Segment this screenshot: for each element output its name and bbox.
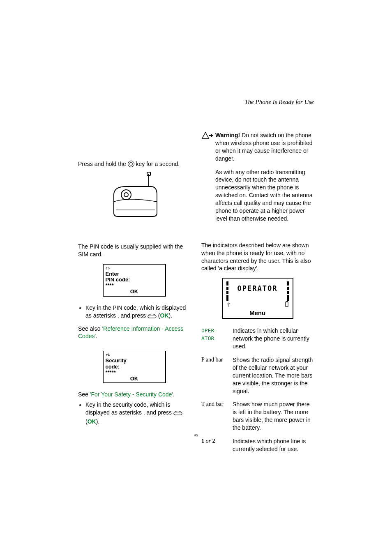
pin-line2: PIN code:	[106, 277, 163, 283]
ind-desc-operator: Indicates in which cellular network the …	[233, 327, 314, 350]
pin-bullet-b: .	[171, 312, 172, 319]
pin-ok: OK	[106, 289, 163, 295]
ind-desc-battery: Shows how much power there is left in th…	[233, 401, 314, 432]
right-column: Warning! Do not switch on the phone when…	[201, 131, 314, 453]
left-column: Press and hold the key for a second. The…	[78, 131, 191, 453]
ind-term-line: 1 or 2	[201, 438, 228, 453]
sec-line1: Security	[106, 358, 163, 364]
operator-display: OPERATOR Menu	[222, 278, 293, 319]
main-content: Press and hold the key for a second. The…	[78, 131, 314, 453]
safety-code-link[interactable]: 'For Your Safety - Security Code'	[90, 391, 173, 398]
sec-bullet-list: Key in the security code, which is displ…	[78, 401, 191, 426]
svg-rect-4	[174, 412, 182, 415]
sec-line2: code:	[106, 364, 163, 370]
sec-ok-paren: (OK)	[85, 418, 98, 425]
antenna-text: As with any other radio transmitting de­…	[215, 168, 314, 223]
warning-icon	[201, 131, 210, 141]
sec-ok-label: OK	[88, 418, 96, 425]
see2-end: .	[173, 391, 175, 398]
warning-bold: Warning!	[215, 132, 242, 138]
warning-block: Warning! Do not switch on the phone when…	[201, 131, 314, 165]
press-hold-text: Press and hold the key for a second.	[78, 160, 191, 168]
warning-text: Warning! Do not switch on the phone when…	[215, 131, 314, 163]
sec-bullet: Key in the security code, which is displ…	[85, 401, 191, 426]
pin-bullet: Key in the PIN code, which is displayed …	[85, 304, 191, 321]
indicators-intro: The indicators described below are shown…	[201, 242, 314, 273]
sec-ok: OK	[106, 376, 163, 382]
antenna-icon	[106, 266, 163, 271]
softkey-icon	[148, 313, 157, 321]
pin-mask: ****	[106, 283, 163, 288]
see2-prefix: See	[78, 391, 90, 398]
svg-rect-6	[286, 301, 287, 302]
menu-label: Menu	[223, 309, 293, 316]
ind-term-battery: T and bar	[201, 401, 228, 432]
security-display: Security code: ***** OK	[103, 351, 166, 383]
pin-ok-paren: (OK)	[158, 312, 171, 319]
softkey-icon	[173, 410, 182, 418]
running-header: The Phone Is Ready for Use	[244, 99, 314, 106]
sec-bullet-a: Key in the security code, which is displ…	[85, 401, 173, 416]
battery-icon	[285, 301, 289, 308]
power-key-icon	[128, 161, 134, 167]
pin-supplied-text: The PIN code is usually supplied with th…	[78, 243, 191, 258]
footer-copyright: ©	[0, 433, 392, 438]
svg-rect-3	[148, 315, 156, 318]
pin-display: Enter PIN code: **** OK	[103, 264, 166, 297]
see-also-end: .	[96, 333, 97, 339]
see-also-line: See also 'Reference Information - Access…	[78, 325, 191, 341]
ind-desc-line: Indicates which phone line is cur­rently…	[233, 438, 314, 453]
ind-desc-signal: Shows the radio signal strength of the c…	[233, 356, 314, 395]
ind-term-operator: OPER-ATOR	[201, 327, 228, 350]
sec-mask: *****	[106, 370, 163, 375]
pin-bullet-list: Key in the PIN code, which is displayed …	[78, 304, 191, 321]
phone-illustration	[104, 172, 165, 217]
ind-term-signal: P and bar	[201, 356, 228, 395]
see-safety-line: See 'For Your Safety - Security Code'.	[78, 391, 191, 398]
signal-antenna-icon	[227, 301, 231, 308]
pin-ok-label: OK	[160, 312, 169, 319]
sec-bullet-b: .	[98, 418, 99, 425]
press-hold-b: key for a second.	[136, 161, 180, 167]
press-hold-a: Press and hold the	[78, 161, 128, 167]
svg-rect-5	[286, 302, 288, 306]
operator-label: OPERATOR	[223, 284, 293, 292]
svg-point-1	[121, 190, 131, 200]
pin-line1: Enter	[106, 271, 163, 277]
see-also-prefix: See also	[78, 325, 102, 332]
svg-point-2	[124, 193, 128, 197]
